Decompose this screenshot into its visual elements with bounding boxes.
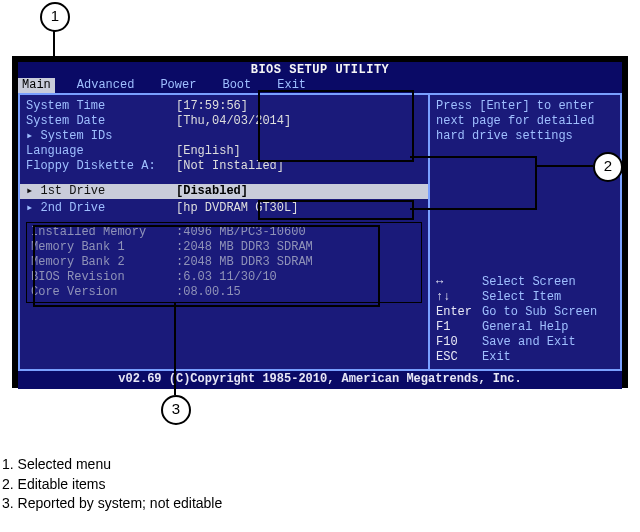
system-date-value[interactable]: [Thu,04/03/2014] — [176, 114, 291, 129]
figure-legend: 1. Selected menu 2. Editable items 3. Re… — [2, 455, 640, 514]
drive1-value: [Disabled] — [176, 184, 248, 199]
navkey-f10: F10 — [436, 335, 482, 350]
system-info-block: Installed Memory:4096 MB/PC3-10600 Memor… — [26, 222, 422, 303]
bank1-value: :2048 MB DDR3 SDRAM — [176, 240, 313, 255]
drive2-label: 2nd Drive — [26, 201, 176, 216]
bios-title: BIOS SETUP UTILITY — [18, 62, 622, 78]
language-value[interactable]: [English] — [176, 144, 241, 159]
callout-2-line-b — [410, 208, 537, 210]
callout-3-line — [174, 303, 176, 395]
system-ids-item[interactable]: System IDs — [26, 129, 176, 144]
callout-2: 2 — [593, 152, 623, 182]
legend-item-2: 2. Editable items — [2, 475, 640, 495]
bank2-label: Memory Bank 2 — [31, 255, 176, 270]
help-text: Press [Enter] to enter next page for det… — [436, 99, 614, 144]
floppy-label: Floppy Diskette A: — [26, 159, 176, 174]
callout-1: 1 — [40, 2, 70, 32]
callout-2-line-a — [410, 156, 535, 158]
navkey-esc-desc: Exit — [482, 350, 511, 365]
tab-advanced[interactable]: Advanced — [73, 78, 139, 93]
tab-power[interactable]: Power — [156, 78, 200, 93]
system-time-label: System Time — [26, 99, 176, 114]
corever-value: :08.00.15 — [176, 285, 241, 300]
bios-left-pane: System Time[17:59:56] System Date[Thu,04… — [20, 95, 430, 369]
drive2-value: [hp DVDRAM GT30L] — [176, 201, 298, 216]
navkey-f1-desc: General Help — [482, 320, 568, 335]
legend-item-1: 1. Selected menu — [2, 455, 640, 475]
corever-label: Core Version — [31, 285, 176, 300]
tab-exit[interactable]: Exit — [273, 78, 310, 93]
biosrev-value: :6.03 11/30/10 — [176, 270, 277, 285]
system-time-value[interactable]: [17:59:56] — [176, 99, 248, 114]
nav-keys: ↔Select Screen ↑↓Select Item EnterGo to … — [436, 275, 614, 365]
navkey-ud: ↑↓ — [436, 290, 482, 305]
tab-boot[interactable]: Boot — [218, 78, 255, 93]
navkey-f10-desc: Save and Exit — [482, 335, 576, 350]
installed-memory-label: Installed Memory — [31, 225, 176, 240]
navkey-lr-desc: Select Screen — [482, 275, 576, 290]
biosrev-label: BIOS Revision — [31, 270, 176, 285]
language-label: Language — [26, 144, 176, 159]
legend-item-3: 3. Reported by system; not editable — [2, 494, 640, 514]
callout-2-line-out — [535, 165, 593, 167]
floppy-value[interactable]: [Not Installed] — [176, 159, 284, 174]
bios-right-pane: Press [Enter] to enter next page for det… — [430, 95, 620, 369]
system-date-label: System Date — [26, 114, 176, 129]
installed-memory-value: :4096 MB/PC3-10600 — [176, 225, 306, 240]
drive1-label: 1st Drive — [26, 184, 176, 199]
navkey-enter-desc: Go to Sub Screen — [482, 305, 597, 320]
bank2-value: :2048 MB DDR3 SDRAM — [176, 255, 313, 270]
bank1-label: Memory Bank 1 — [31, 240, 176, 255]
navkey-enter: Enter — [436, 305, 482, 320]
bios-figure: 1 BIOS SETUP UTILITY Main Advanced Power… — [0, 0, 640, 425]
bios-body: System Time[17:59:56] System Date[Thu,04… — [18, 93, 622, 371]
drive1-row[interactable]: 1st Drive[Disabled] — [20, 184, 428, 199]
tab-main[interactable]: Main — [18, 78, 55, 93]
bios-screen: BIOS SETUP UTILITY Main Advanced Power B… — [12, 56, 628, 388]
bios-footer: v02.69 (C)Copyright 1985-2010, American … — [18, 371, 622, 389]
drive2-row[interactable]: 2nd Drive[hp DVDRAM GT30L] — [26, 201, 422, 216]
navkey-esc: ESC — [436, 350, 482, 365]
bios-tab-bar: Main Advanced Power Boot Exit — [18, 78, 622, 93]
navkey-lr: ↔ — [436, 275, 482, 290]
callout-3: 3 — [161, 395, 191, 425]
navkey-ud-desc: Select Item — [482, 290, 561, 305]
navkey-f1: F1 — [436, 320, 482, 335]
